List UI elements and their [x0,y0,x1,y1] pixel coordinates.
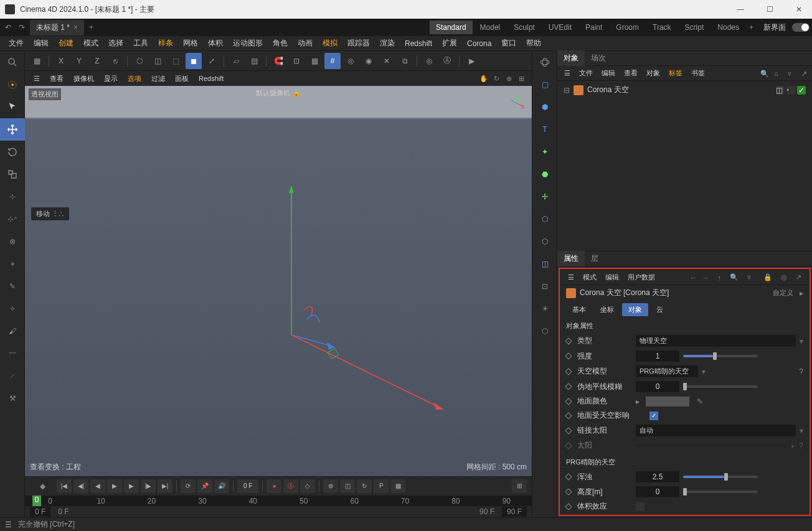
om-file[interactable]: 文件 [576,67,596,79]
volume-checkbox[interactable] [636,502,644,511]
misc-tool-icon[interactable]: ⚒ [0,387,25,410]
om-view[interactable]: 查看 [621,67,641,79]
menu-character[interactable]: 角色 [269,36,291,50]
search-icon[interactable]: 🔍 [757,68,767,78]
search-icon[interactable] [0,51,25,73]
help-icon[interactable]: ? [799,441,803,450]
keyframe-diamond[interactable] [565,412,572,419]
hamburger-icon[interactable]: ☰ [565,272,577,283]
popout-icon[interactable]: ↗ [793,272,805,283]
vpm-filter[interactable]: 过滤 [148,73,169,85]
camera-icon[interactable]: ⊡ [532,275,557,298]
cube-outline-icon[interactable]: ◫ [149,53,166,69]
light-icon[interactable]: ✦ [532,141,557,163]
prev-frame-icon[interactable]: ◀ [90,479,105,493]
vpm-camera[interactable]: 摄像机 [70,73,98,85]
menu-mograph[interactable]: 运动图形 [229,36,267,50]
menu-redshift[interactable]: Redshift [401,37,436,50]
tag-icon[interactable]: ⬡ [532,320,557,342]
render-settings-icon[interactable]: Ⓐ [439,53,455,69]
poly-icon[interactable]: ⬠ [532,208,557,230]
field-icon[interactable]: ◫ [532,253,557,275]
rot-key-icon[interactable]: ↻ [357,479,372,493]
close-icon[interactable]: × [73,23,78,32]
generator-icon[interactable]: ⬣ [532,163,557,186]
search-icon[interactable]: 🔍 [727,272,742,283]
scale-tool-icon[interactable] [0,163,25,186]
vp-split-icon[interactable]: ⊞ [516,73,527,84]
filter-icon[interactable]: ▿ [785,68,795,78]
axis-x-button[interactable]: X [53,53,69,69]
tab-takes[interactable]: 场次 [585,50,612,66]
axis-lock-icon[interactable]: ⊗ [0,230,25,253]
axis-z-button[interactable]: Z [89,53,105,69]
am-userdata[interactable]: 用户数据 [625,271,658,283]
workplane-icon[interactable]: ▱ [228,53,244,69]
add-layout-button[interactable]: + [747,21,756,34]
object-tree[interactable]: ⊟ Corona 天空 ◫ • ✓ [557,81,812,251]
key-icon[interactable]: ◆ [30,478,55,494]
layout-sculpt[interactable]: Sculpt [507,21,541,34]
symmetry-icon[interactable]: ⧉ [397,53,413,69]
newui-toggle[interactable] [792,23,810,32]
keyframe-diamond[interactable] [565,352,572,359]
horizon-value[interactable]: 0 [636,381,679,392]
lock-icon[interactable]: 🔒 [760,272,775,283]
sound-icon[interactable]: 🔊 [214,479,229,493]
magnet-icon[interactable]: 🧲 [270,53,286,69]
object-item-corona-sky[interactable]: ⊟ Corona 天空 ◫ • ✓ [561,83,808,96]
menu-spline[interactable]: 样条 [154,36,177,50]
marker-icon[interactable]: 📌 [197,479,212,493]
spline-pen-icon[interactable]: ✎ [0,275,25,298]
chevron-icon[interactable]: ▸ [800,289,803,298]
nav-back-icon[interactable]: ← [687,273,697,283]
attr-tab-basic[interactable]: 基本 [566,303,592,316]
target-icon[interactable]: ◎ [342,53,359,69]
goto-start-icon[interactable]: |◀ [57,479,72,493]
next-frame-icon[interactable]: ▶ [124,479,139,493]
keyframe-diamond[interactable] [565,337,572,344]
vp-zoom-icon[interactable]: ⊕ [503,73,514,84]
keyframe-diamond[interactable] [565,383,572,390]
render-view-icon[interactable]: ◎ [421,53,437,69]
expand-icon[interactable]: ▸ [636,397,640,406]
menu-animate[interactable]: 动画 [294,36,316,50]
eyedropper-icon[interactable]: ✎ [697,397,703,406]
layout-standard[interactable]: Standard [430,21,473,34]
menu-simulate[interactable]: 模拟 [319,36,341,50]
playhead[interactable]: 0 [32,496,41,507]
layout-track[interactable]: Track [646,21,677,34]
attr-tab-object[interactable]: 对象 [622,303,648,316]
asset-browser-icon[interactable]: ▦ [29,53,45,69]
line-cut-icon[interactable]: ⟋ [0,365,25,387]
text-icon[interactable]: T [532,118,557,141]
current-frame-field[interactable]: 0 F [237,479,258,493]
layout-paint[interactable]: Paint [579,21,608,34]
minimize-button[interactable]: — [732,2,749,16]
param-key-icon[interactable]: P [374,479,389,493]
target2-icon[interactable]: ◉ [361,53,377,69]
am-edit[interactable]: 编辑 [602,271,622,283]
menu-file[interactable]: 文件 [5,36,27,50]
menu-extensions[interactable]: 扩展 [438,36,461,50]
tab-objects[interactable]: 对象 [557,50,585,66]
pla-icon[interactable]: ▦ [390,479,405,493]
deformer-icon[interactable]: ✢ [532,186,557,208]
quantize-icon[interactable]: ⊡ [288,53,304,69]
visibility-tag[interactable]: ◫ [776,86,785,95]
tl-end-icon[interactable]: ⊞ [512,479,527,493]
om-tags[interactable]: 标签 [666,67,686,79]
record-icon[interactable]: ● [267,479,281,493]
keyframe-diamond[interactable] [565,488,572,495]
keyframe-diamond[interactable] [565,427,572,434]
layout-nodes[interactable]: Nodes [711,21,745,34]
snap-icon[interactable]: # [324,53,341,69]
scale-key-icon[interactable]: ◫ [340,479,355,493]
keyframe-diamond[interactable] [565,473,572,480]
cube-primitive-icon[interactable]: ⬢ [532,96,557,118]
attr-tab-cloud[interactable]: 云 [650,303,669,316]
loop-icon[interactable]: ⟳ [181,479,196,493]
spline-smooth-icon[interactable]: 〰 [0,342,25,365]
menu-window[interactable]: 窗口 [498,36,520,50]
keyframe-diamond[interactable] [565,398,572,405]
